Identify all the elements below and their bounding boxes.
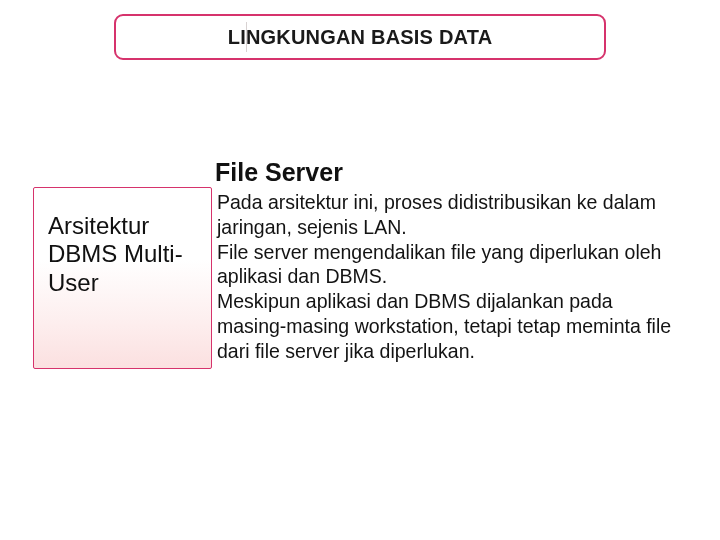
- side-label-box: Arsitektur DBMS Multi-User: [33, 187, 212, 369]
- body-paragraph: Pada arsitektur ini, proses didistribusi…: [217, 190, 685, 363]
- page-title-pill: LINGKUNGAN BASIS DATA: [114, 14, 606, 60]
- side-label: Arsitektur DBMS Multi-User: [48, 212, 199, 297]
- page-title: LINGKUNGAN BASIS DATA: [228, 26, 493, 49]
- section-heading: File Server: [215, 158, 343, 187]
- title-divider: [246, 22, 247, 52]
